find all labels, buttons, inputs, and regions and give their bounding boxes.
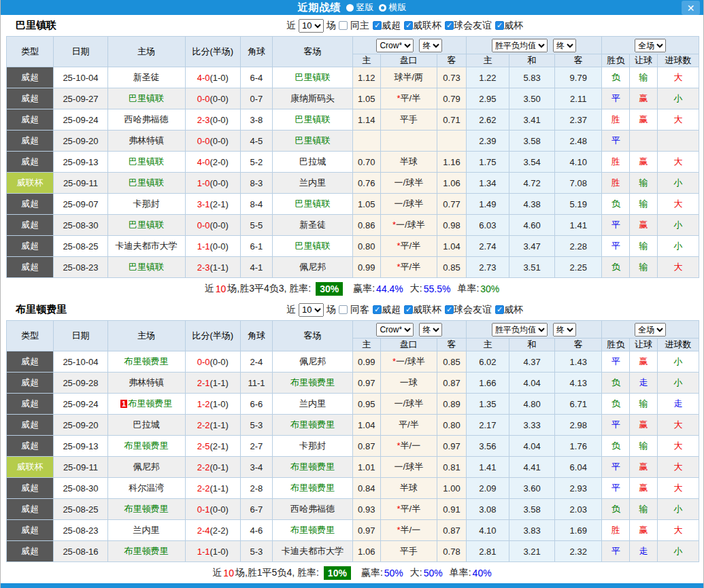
checkbox-checked-icon[interactable]: [404, 305, 413, 314]
checkbox-checked-icon[interactable]: [495, 21, 504, 30]
radio-unselected-icon[interactable]: [379, 4, 386, 12]
stat-value: 40%: [473, 568, 492, 578]
checkbox-checked-icon[interactable]: [404, 21, 413, 30]
checkbox-checked-icon[interactable]: [495, 305, 504, 314]
match-type-cell: 威超: [7, 88, 54, 109]
away-odds-cell: 0.87: [437, 373, 467, 394]
match-row: 威超25-09-20巴拉城2-2(1-1)5-3布里顿费里1.04平/半0.80…: [7, 415, 699, 436]
league-filter-club-friendly[interactable]: 球会友谊: [445, 20, 492, 32]
home-odds-cell: 1.05: [352, 194, 380, 215]
match-date-cell: 25-09-24: [54, 109, 107, 131]
avg-lose-cell: 1.43: [555, 351, 602, 373]
league-filter-wels-premier[interactable]: 威超: [373, 304, 401, 316]
corner-cell: 6-7: [241, 499, 273, 520]
corner-cell: 0-7: [241, 88, 273, 109]
changed-handicap-star: *: [392, 220, 396, 230]
away-team-cell: 新圣徒: [272, 215, 352, 236]
same-home-checkbox[interactable]: [339, 21, 348, 30]
changed-handicap-star: *: [397, 93, 401, 103]
scope-select[interactable]: 全场: [635, 323, 666, 336]
checkbox-checked-icon[interactable]: [445, 305, 454, 314]
league-filter-welsh-cup[interactable]: 威杯: [495, 304, 523, 316]
home-team-cell: 1布里顿费里: [107, 394, 185, 415]
handicap-cell: 一/球半: [380, 173, 437, 194]
layout-radio-horizontal[interactable]: 横版: [379, 1, 407, 14]
radio-selected-icon[interactable]: [346, 4, 354, 12]
checkbox-checked-icon[interactable]: [445, 21, 454, 30]
goals-result-cell: 大: [657, 257, 699, 278]
corner-cell: 5-3: [241, 415, 273, 436]
result-group-header: 全场: [602, 37, 699, 54]
away-odds-cell: 0.73: [437, 67, 467, 88]
near-count-select[interactable]: 10: [299, 19, 324, 33]
team1-filter-bar: 近 10 场 同主 威超 威联杯 球会友谊 威杯: [286, 19, 523, 33]
avg-final-select[interactable]: 终: [553, 39, 576, 52]
col-home: 主场: [107, 37, 185, 67]
radio-vertical-label: 竖版: [356, 1, 374, 14]
avg-lose-cell: 2.93: [555, 478, 602, 499]
home-odds-cell: 0.86: [352, 215, 380, 236]
match-row: 威超25-09-241布里顿费里1-2(1-0)6-6兰内里0.95一/球半0.…: [7, 394, 699, 415]
avg-lose-cell: 7.08: [555, 173, 602, 194]
handicap-result-cell: 赢: [630, 351, 658, 373]
avg-draw-cell: 4.80: [509, 394, 554, 415]
league-filter-club-friendly[interactable]: 球会友谊: [445, 304, 492, 316]
avg-win-cell: 2.95: [466, 88, 509, 109]
home-team-cell: 巴里镇联: [107, 173, 185, 194]
odds-final-select[interactable]: 终: [419, 39, 442, 52]
same-away-checkbox[interactable]: [339, 305, 348, 314]
close-button[interactable]: ✕: [682, 1, 700, 15]
handicap-result-cell: 赢: [630, 478, 658, 499]
match-row: 威超25-08-23兰内里2-4(2-2)4-6布里顿费里0.97*半/一0.8…: [7, 520, 699, 541]
corner-cell: 3-4: [241, 457, 273, 478]
avg-odds-select[interactable]: 胜平负均值: [492, 323, 548, 336]
avg-odds-select[interactable]: 胜平负均值: [492, 39, 548, 52]
score-cell: 4-0(2-0): [185, 152, 240, 173]
col-handicap-result: 让球: [630, 339, 658, 351]
match-type-cell: 威超: [7, 152, 54, 173]
match-date-cell: 25-08-23: [54, 257, 107, 278]
bookmaker-select[interactable]: Crow*: [376, 39, 414, 52]
league-filter-welsh-league-cup[interactable]: 威联杯: [404, 20, 441, 32]
corner-cell: 6-4: [241, 67, 273, 88]
score-cell: 1-1(0-0): [185, 236, 240, 257]
away-team-cell: 西哈弗福德: [272, 499, 352, 520]
away-team-cell: 巴里镇联: [272, 109, 352, 131]
match-type-cell: 威超: [7, 415, 54, 436]
col-avg-home: 主: [466, 339, 509, 351]
avg-lose-cell: 2.32: [555, 541, 602, 562]
avg-final-select[interactable]: 终: [553, 323, 576, 336]
handicap-result-cell: 赢: [630, 152, 658, 173]
home-odds-cell: 0.76: [352, 173, 380, 194]
avg-lose-cell: 2.28: [555, 236, 602, 257]
checkbox-checked-icon[interactable]: [373, 305, 382, 314]
team1-summary: 近10场,胜3平4负3, 胜率: 30% 赢率:44.4% 大:55.5% 单率…: [6, 278, 698, 299]
checkbox-checked-icon[interactable]: [373, 21, 382, 30]
team2-matches-table: 类型 日期 主场 比分(半场) 角球 客场 Crow* 终 胜平负均值: [6, 320, 699, 562]
avg-lose-cell: 1.69: [555, 520, 602, 541]
scope-select[interactable]: 全场: [635, 39, 666, 52]
layout-radio-vertical[interactable]: 竖版: [346, 1, 374, 14]
changed-handicap-star: *: [397, 440, 401, 451]
games-label: 场: [326, 304, 336, 316]
league-filter-wels-premier[interactable]: 威超: [373, 20, 401, 32]
outcome-result-cell: 平: [602, 541, 630, 562]
away-team-cell: 巴里镇联: [272, 131, 352, 152]
near-count-select[interactable]: 10: [299, 303, 324, 317]
away-team-cell: 巴拉城: [272, 152, 352, 173]
league-filter-welsh-cup[interactable]: 威杯: [495, 20, 523, 32]
corner-cell: 2-4: [241, 351, 273, 373]
score-cell: 2-4(2-2): [185, 520, 240, 541]
team2-name: 布里顿费里: [16, 303, 67, 316]
bookmaker-select[interactable]: Crow*: [376, 323, 414, 336]
handicap-cell: 一/球半: [380, 394, 437, 415]
goals-result-cell: 大: [657, 194, 699, 215]
team1-name: 巴里镇联: [16, 19, 56, 32]
league-filter-welsh-league-cup[interactable]: 威联杯: [404, 304, 441, 316]
score-cell: 0-0(0-0): [185, 351, 240, 373]
away-odds-cell: 0.98: [437, 215, 467, 236]
corner-cell: 2-8: [241, 478, 273, 499]
stat-label: 赢率:: [353, 283, 375, 295]
odds-final-select[interactable]: 终: [419, 323, 442, 336]
score-cell: 0-0(0-0): [185, 215, 240, 236]
